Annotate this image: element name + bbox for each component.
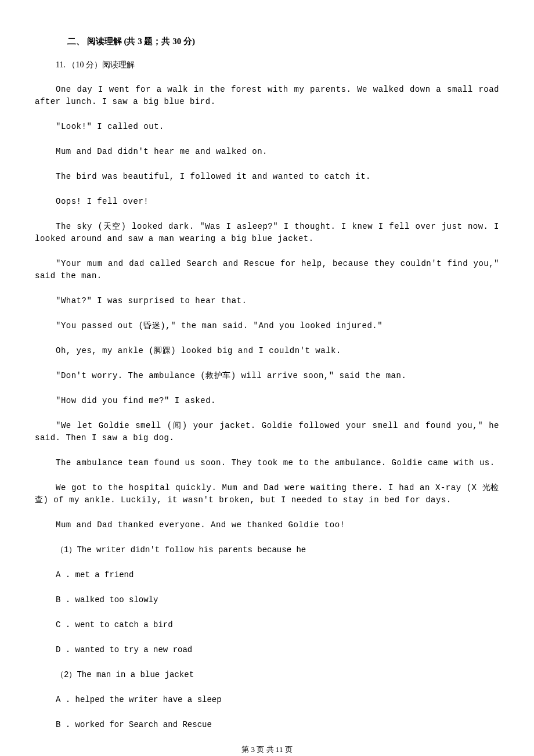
option-c: C . went to catch a bird — [56, 619, 499, 631]
passage-paragraph: Oh, yes, my ankle (脚踝) looked big and I … — [35, 345, 499, 357]
section-header: 二、 阅读理解 (共 3 题；共 30 分) — [67, 35, 499, 48]
passage-paragraph: We got to the hospital quickly. Mum and … — [35, 482, 499, 506]
passage-paragraph: "How did you find me?" I asked. — [35, 395, 499, 407]
page-footer: 第 3 页 共 11 页 — [35, 744, 499, 755]
option-a: A . helped the writer have a sleep — [56, 694, 499, 706]
passage-paragraph: "Your mum and dad called Search and Resc… — [35, 258, 499, 282]
option-b: B . worked for Search and Rescue — [56, 719, 499, 731]
passage-paragraph: "We let Goldie smell (闻) your jacket. Go… — [35, 420, 499, 444]
passage-paragraph: "What?" I was surprised to hear that. — [35, 295, 499, 307]
subquestion-1-prompt: （1）The writer didn't follow his parents … — [56, 544, 499, 556]
passage-paragraph: One day I went for a walk in the forest … — [35, 84, 499, 108]
passage-paragraph: "You passed out (昏迷)," the man said. "An… — [35, 320, 499, 332]
option-b: B . walked too slowly — [56, 594, 499, 606]
passage-paragraph: The ambulance team found us soon. They t… — [35, 457, 499, 469]
passage-paragraph: Mum and Dad thanked everyone. And we tha… — [35, 519, 499, 531]
option-a: A . met a friend — [56, 569, 499, 581]
passage-paragraph: "Don't worry. The ambulance (救护车) will a… — [35, 370, 499, 382]
option-d: D . wanted to try a new road — [56, 644, 499, 656]
passage-paragraph: The bird was beautiful, I followed it an… — [35, 171, 499, 183]
passage-paragraph: "Look!" I called out. — [35, 121, 499, 133]
passage-paragraph: The sky (天空) looked dark. "Was I asleep?… — [35, 221, 499, 245]
subquestion-2-prompt: （2）The man in a blue jacket — [56, 669, 499, 681]
passage-paragraph: Mum and Dad didn't hear me and walked on… — [35, 146, 499, 158]
question-11-intro: 11. （10 分）阅读理解 — [56, 59, 499, 71]
passage-paragraph: Oops! I fell over! — [35, 196, 499, 208]
